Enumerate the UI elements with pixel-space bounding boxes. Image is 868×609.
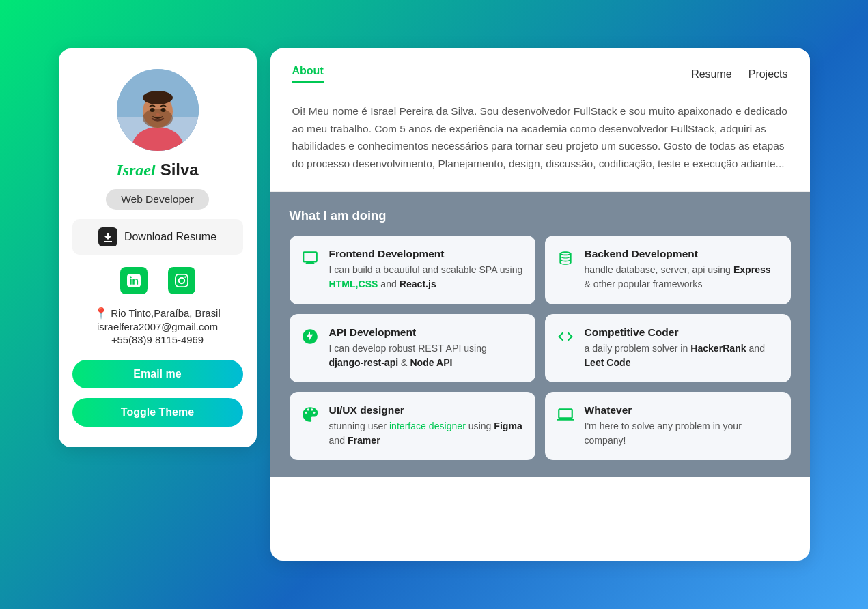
svg-point-9 <box>156 113 160 116</box>
service-card-uiux: UI/UX designer stunning user interface d… <box>290 392 535 460</box>
service-content-uiux: UI/UX designer stunning user interface d… <box>329 404 524 448</box>
svg-point-7 <box>150 108 154 112</box>
toggle-theme-button[interactable]: Toggle Theme <box>72 398 243 427</box>
design-icon <box>300 406 320 423</box>
download-resume-button[interactable]: Download Resume <box>72 219 243 255</box>
service-card-frontend: Frontend Development I can build a beaut… <box>290 236 535 304</box>
service-desc-api: I can develop robust REST API using djan… <box>329 341 524 370</box>
location-text: Rio Tinto,Paraíba, Brasil <box>111 308 220 319</box>
service-content-backend: Backend Development handle database, ser… <box>585 248 780 292</box>
what-title: What I am doing <box>290 208 791 223</box>
service-title-whatever: Whatever <box>585 404 780 416</box>
main-container: Israel Silva Web Developer Download Resu… <box>59 48 810 561</box>
social-row <box>120 267 195 294</box>
service-card-whatever: Whatever I'm here to solve any problem i… <box>545 392 791 460</box>
svg-point-6 <box>143 91 173 104</box>
instagram-button[interactable] <box>168 267 195 294</box>
last-name: Silva <box>160 160 199 180</box>
service-content-api: API Development I can develop robust RES… <box>329 326 524 370</box>
download-icon <box>98 227 117 246</box>
what-section: What I am doing Frontend Development I c… <box>270 192 810 477</box>
services-grid: Frontend Development I can build a beaut… <box>290 236 791 460</box>
service-card-api: API Development I can develop robust RES… <box>290 314 535 382</box>
email-text: israelfera2007@gmail.com <box>72 322 243 332</box>
left-card: Israel Silva Web Developer Download Resu… <box>59 48 257 447</box>
about-text: Oi! Meu nome é Israel Pereira da Silva. … <box>270 89 810 192</box>
monitor-icon <box>300 249 320 267</box>
service-content-coder: Competitive Coder a daily problem solver… <box>585 326 780 370</box>
service-desc-backend: handle database, server, api using Expre… <box>585 263 780 292</box>
email-me-button[interactable]: Email me <box>72 360 243 388</box>
contact-info: 📍 Rio Tinto,Paraíba, Brasil israelfera20… <box>72 307 243 348</box>
nav-tabs: About <box>292 65 324 83</box>
service-card-backend: Backend Development handle database, ser… <box>545 236 791 304</box>
name-row: Israel Silva <box>116 160 198 180</box>
service-title-coder: Competitive Coder <box>585 326 780 339</box>
location-row: 📍 Rio Tinto,Paraíba, Brasil <box>72 307 243 320</box>
nav-links: Resume Projects <box>691 68 787 81</box>
service-title-backend: Backend Development <box>585 248 780 260</box>
nav-link-projects[interactable]: Projects <box>748 68 788 81</box>
laptop-icon <box>556 406 575 423</box>
location-pin-icon: 📍 <box>94 307 108 320</box>
api-icon <box>300 328 320 345</box>
svg-point-8 <box>160 108 165 112</box>
service-title-uiux: UI/UX designer <box>329 404 524 416</box>
service-card-coder: Competitive Coder a daily problem solver… <box>545 314 791 382</box>
linkedin-button[interactable] <box>120 267 148 294</box>
service-desc-whatever: I'm here to solve any problem in your co… <box>585 419 780 448</box>
service-desc-frontend: I can build a beautiful and scalable SPA… <box>329 263 524 292</box>
code-icon <box>556 328 575 345</box>
right-card: About Resume Projects Oi! Meu nome é Isr… <box>270 48 810 561</box>
tab-about[interactable]: About <box>292 65 324 83</box>
download-resume-label: Download Resume <box>124 231 216 243</box>
service-title-frontend: Frontend Development <box>329 248 524 260</box>
right-top: About Resume Projects <box>270 48 810 83</box>
database-icon <box>556 249 575 267</box>
service-title-api: API Development <box>329 326 524 339</box>
service-content-frontend: Frontend Development I can build a beaut… <box>329 248 524 292</box>
service-desc-coder: a daily problem solver in HackerRank and… <box>585 341 780 370</box>
service-desc-uiux: stunning user interface designer using F… <box>329 419 524 448</box>
phone-text: +55(83)9 8115-4969 <box>72 335 243 345</box>
nav-row: About Resume Projects <box>292 65 788 83</box>
avatar <box>117 69 199 151</box>
nav-link-resume[interactable]: Resume <box>691 68 732 81</box>
role-badge: Web Developer <box>106 189 209 210</box>
avatar-svg <box>117 69 199 151</box>
first-name: Israel <box>116 161 155 180</box>
service-content-whatever: Whatever I'm here to solve any problem i… <box>585 404 780 448</box>
